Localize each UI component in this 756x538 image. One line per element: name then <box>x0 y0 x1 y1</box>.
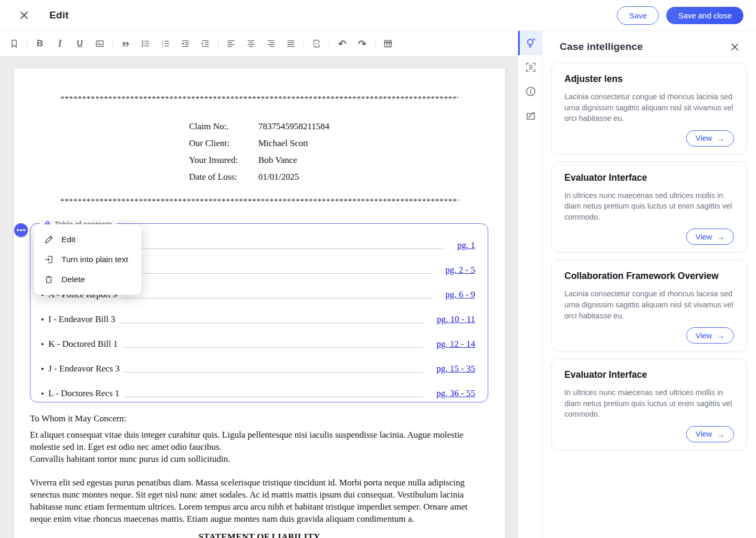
justify-icon[interactable] <box>281 35 301 53</box>
card-title: Adjuster lens <box>564 74 734 85</box>
view-button[interactable]: View → <box>686 229 734 245</box>
case-card: Evaluator Interface In ultrices nunc mae… <box>551 161 747 253</box>
bullet-list-icon[interactable] <box>135 35 155 53</box>
numbered-list-icon[interactable]: 123 <box>155 35 175 53</box>
undo-icon[interactable]: ↶ <box>332 35 352 53</box>
case-intelligence-panel: Case intelligence Adjuster lens Lacinia … <box>542 31 756 538</box>
rail-item-case-intelligence[interactable] <box>518 31 542 55</box>
claim-field-label: Claim No:. <box>189 121 258 132</box>
view-button-label: View <box>696 233 712 241</box>
align-left-icon[interactable] <box>221 35 241 53</box>
document-scan-icon <box>525 61 537 73</box>
body-paragraph: Convallis habitant tortor nunc purus id … <box>30 453 481 465</box>
blockquote-icon[interactable]: ” <box>116 38 135 56</box>
underline-icon[interactable]: U <box>70 35 90 53</box>
align-right-icon[interactable] <box>261 35 281 53</box>
top-bar: Edit Save Save and close <box>0 0 756 30</box>
salutation-text: To Whom it May Concern: <box>30 413 481 424</box>
panel-header: Case intelligence <box>551 31 747 63</box>
case-card: Adjuster lens Lacinia consectetur congue… <box>551 63 747 154</box>
document-page[interactable]: ****************************************… <box>14 68 505 538</box>
view-button[interactable]: View → <box>686 130 734 147</box>
toc-leader-line <box>120 322 424 323</box>
rail-item-document-scan[interactable] <box>518 55 542 79</box>
toc-row: • I - Endeavor Bill 3 pg. 10 - 11 <box>41 304 475 329</box>
close-icon[interactable] <box>18 9 30 22</box>
toc-row: • J - Endeavor Recs 3 pg. 15 - 35 <box>41 354 475 378</box>
view-button-label: View <box>696 430 712 438</box>
view-button[interactable]: View → <box>686 327 734 344</box>
menu-item-label: Turn into plain text <box>61 255 128 264</box>
card-title: Collaboration Framework Overview <box>564 271 734 282</box>
view-button[interactable]: View → <box>686 426 734 442</box>
claim-field-value: Michael Scott <box>258 138 308 149</box>
arrow-right-icon: → <box>717 232 724 241</box>
toc-page-link[interactable]: pg. 12 - 14 <box>436 339 475 349</box>
toc-page-link[interactable]: pg. 2 - 5 <box>445 265 475 275</box>
body-paragraph: Viverra elit sed egestas purus penatibus… <box>30 477 481 525</box>
menu-item-edit[interactable]: Edit <box>34 230 141 250</box>
toc-row: • L - Doctores Recs 1 pg. 36 - 55 <box>41 378 475 403</box>
toc-page-link[interactable]: pg. 15 - 35 <box>436 364 475 374</box>
toc-leader-line <box>124 371 424 373</box>
body-paragraph: Et aliquet consequat vitae duis integer … <box>30 429 481 453</box>
menu-item-label: Edit <box>61 235 76 244</box>
arrow-right-icon: → <box>717 430 724 439</box>
bookmark-icon[interactable] <box>4 35 24 53</box>
app-window: Edit Save Save and close B I U ” <box>0 0 756 538</box>
card-description: In ultrices nunc maecenas sed ultrices m… <box>564 190 734 223</box>
toc-page-link[interactable]: pg. 6 - 9 <box>445 289 475 300</box>
pencil-icon <box>44 234 54 245</box>
menu-item-turn-into-plain-text[interactable]: Turn into plain text <box>34 250 141 270</box>
toc-page-link[interactable]: pg. 10 - 11 <box>437 314 475 325</box>
divider-line: ****************************************… <box>60 185 458 206</box>
outdent-icon[interactable] <box>175 35 195 53</box>
save-button[interactable]: Save <box>617 6 659 25</box>
editor-canvas[interactable]: ****************************************… <box>0 56 518 538</box>
formatting-toolbar: B I U ” 123 <box>0 31 518 56</box>
card-actions: View → <box>564 229 734 245</box>
topbar-actions: Save Save and close <box>617 6 743 25</box>
claim-field-value: 01/01/2025 <box>258 172 299 182</box>
toc-page-link[interactable]: pg. 1 <box>457 240 475 251</box>
toc-entry-label: K - Doctored Bill 1 <box>48 339 118 349</box>
rail-item-sign-document[interactable] <box>518 104 542 128</box>
redo-icon[interactable]: ↷ <box>352 35 372 53</box>
claim-field-value: 7837545958211584 <box>258 121 329 132</box>
info-icon <box>525 86 537 97</box>
menu-item-delete[interactable]: Delete <box>34 270 141 289</box>
rail-item-info[interactable] <box>518 79 542 104</box>
card-description: Lacinia consectetur congue id rhoncus la… <box>564 288 734 321</box>
view-button-label: View <box>696 134 712 142</box>
claim-field-label: Your Insured: <box>189 155 258 165</box>
indent-icon[interactable] <box>195 35 215 53</box>
save-and-close-button[interactable]: Save and close <box>666 7 743 24</box>
arrow-right-icon: → <box>717 134 724 143</box>
toolbar-separator <box>303 38 304 49</box>
card-title: Evaluator Interface <box>564 172 734 183</box>
card-title: Evaluator Interface <box>564 369 734 380</box>
card-actions: View → <box>564 327 734 344</box>
block-context-menu: Edit Turn into plain text Delete <box>34 224 141 295</box>
sign-document-icon <box>525 110 537 121</box>
page-title: Edit <box>49 9 69 21</box>
toc-bullet: • <box>41 389 48 399</box>
card-description: Lacinia consectetur congue id rhoncus la… <box>564 91 734 124</box>
toolbar-separator <box>375 38 375 49</box>
table-icon[interactable] <box>378 35 398 53</box>
italic-icon[interactable]: I <box>50 35 70 53</box>
toc-leader-line <box>122 297 433 298</box>
toolbar-separator <box>112 38 113 49</box>
claim-row: Your Insured: Bob Vance <box>189 152 505 169</box>
toc-page-link[interactable]: pg. 36 - 55 <box>436 388 475 399</box>
toc-entry-label: I - Endeavor Bill 3 <box>48 314 115 325</box>
page-break-icon[interactable] <box>307 35 327 53</box>
align-center-icon[interactable] <box>241 35 261 53</box>
block-options-button[interactable] <box>14 223 28 237</box>
panel-close-icon[interactable] <box>728 40 741 53</box>
image-icon[interactable] <box>90 35 110 53</box>
case-intelligence-lightbulb-icon <box>524 37 537 49</box>
bold-icon[interactable]: B <box>30 35 50 53</box>
toolbar-separator <box>218 38 218 49</box>
toolbar-separator <box>329 38 330 49</box>
